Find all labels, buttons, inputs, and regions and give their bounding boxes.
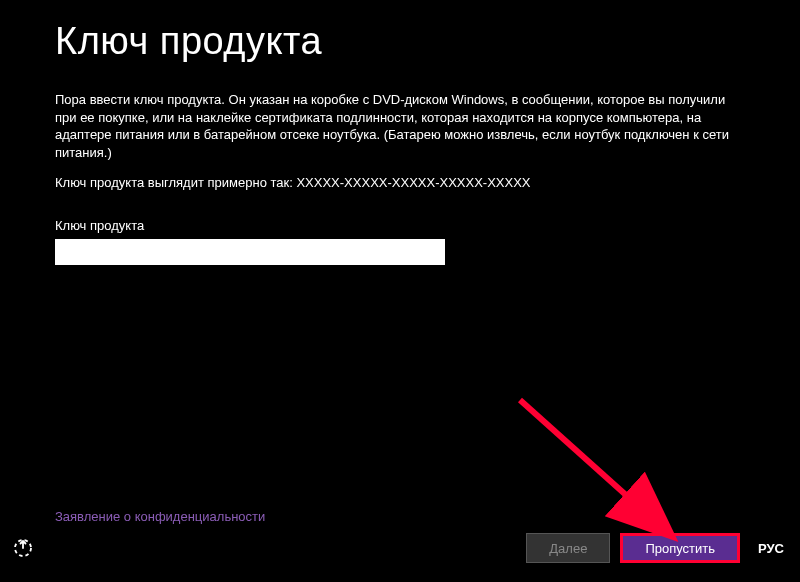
product-key-input[interactable] [55,239,445,265]
language-indicator[interactable]: РУС [758,541,784,556]
skip-button[interactable]: Пропустить [620,533,740,563]
key-format-text: Ключ продукта выглядит примерно так: XXX… [55,175,745,190]
privacy-link[interactable]: Заявление о конфиденциальности [55,509,265,524]
ease-of-access-icon[interactable] [10,535,36,561]
description-text: Пора ввести ключ продукта. Он указан на … [55,91,745,161]
product-key-label: Ключ продукта [55,218,745,233]
next-button: Далее [526,533,610,563]
page-title: Ключ продукта [55,20,745,63]
svg-line-2 [520,400,665,530]
